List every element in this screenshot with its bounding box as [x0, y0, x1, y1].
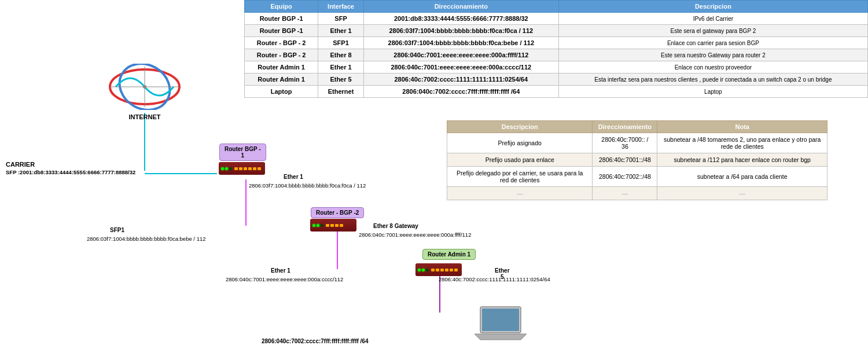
- carrier-sfp-text: SFP :2001:db8:3333:4444:5555:6666:7777:8…: [6, 169, 135, 175]
- col2-header-nota: Nota: [657, 121, 827, 133]
- second-table-cell: Prefijo asignado: [447, 133, 593, 153]
- main-table-cell: Enlace con carrier para sesion BGP: [558, 37, 867, 49]
- router-bgp2-label: Router - BGP -2: [311, 207, 364, 218]
- second-table-cell: —: [447, 187, 593, 200]
- carrier-label: CARRIER: [6, 161, 35, 168]
- second-table-cell: subnetear a /64 para cada cliente: [657, 167, 827, 187]
- second-table-row: Prefijo asignado2806:40c:7000:: / 36subn…: [447, 133, 827, 153]
- router-bgp1-label: Router BGP -1: [219, 144, 266, 161]
- main-table-cell: Este sera nuestro Gateway para router 2: [558, 49, 867, 61]
- laptop-icon: [475, 304, 527, 344]
- ether1-bgp1-addr: 2806:03f7:1004:bbbb:bbbb:bbbb:f0ca:f0ca …: [249, 182, 366, 189]
- network-diagram: INTERNET CARRIER SFP :2001:db8:3333:4444…: [0, 0, 446, 360]
- cloud-svg: [107, 64, 182, 110]
- second-table-cell: Prefijo delegado por el carrier, se usar…: [447, 167, 593, 187]
- second-table-row: ———: [447, 187, 827, 200]
- col2-header-descripcion: Descripcion: [447, 121, 593, 133]
- main-table-cell: Enlace con nuestro proveedor: [558, 61, 867, 74]
- col2-header-direccionamiento: Direccionamiento: [593, 121, 657, 133]
- sfp1-label: SFP1: [110, 227, 124, 233]
- sfp1-addr: 2806:03f7:1004:bbbb:bbbb:bbbb:f0ca:bebe …: [87, 236, 206, 242]
- router-admin1-device: [415, 263, 462, 276]
- router-bgp2-device: [310, 219, 356, 232]
- second-table-cell: —: [657, 187, 827, 200]
- second-table-row: Prefijo usado para enlace2806:40c:7001::…: [447, 153, 827, 167]
- second-table-cell: Prefijo usado para enlace: [447, 153, 593, 167]
- second-table-cell: 2806:40c:7002::/48: [593, 167, 657, 187]
- main-table-cell: Esta interfaz sera para nuestros cliente…: [558, 74, 867, 86]
- ether1-admin-addr: 2806:040c:7001:eeee:eeee:eeee:000a:cccc/…: [226, 276, 343, 282]
- internet-label: INTERNET: [107, 113, 182, 120]
- svg-rect-11: [482, 308, 519, 331]
- ether1-admin-label: Ether 1: [271, 267, 290, 274]
- second-table-cell: —: [593, 187, 657, 200]
- second-table-row: Prefijo delegado por el carrier, se usar…: [447, 167, 827, 187]
- main-table-cell: IPv6 del Carrier: [558, 13, 867, 25]
- internet-cloud: INTERNET: [107, 64, 182, 122]
- router-admin1-label: Router Admin 1: [422, 249, 476, 260]
- second-table-cell: 2806:40c:7000:: / 36: [593, 133, 657, 153]
- ether8-addr: 2806:040c:7001:eeee:eeee:eeee:000a:ffff/…: [359, 232, 471, 238]
- router-bgp1-device: [219, 162, 265, 175]
- main-table-cell: Este sera el gateway para BGP 2: [558, 25, 867, 37]
- laptop-addr: 2806:040c:7002:cccc:7fff:ffff:ffff:ffff …: [262, 338, 369, 344]
- connection-lines: [0, 0, 446, 360]
- second-table-cell: subnetear a /48 tomaremos 2, uno para en…: [657, 133, 827, 153]
- second-table-cell: subnetear a /112 para hacer enlace con r…: [657, 153, 827, 167]
- ether8-label: Ether 8 Gateway: [373, 223, 418, 229]
- second-table-cell: 2806:40c:7001::/48: [593, 153, 657, 167]
- ether5-addr: 2806:40c:7002:cccc:1111:1111:1111:0254/6…: [439, 276, 550, 282]
- ether1-bgp1-label: Ether 1: [284, 174, 303, 180]
- main-table-cell: Laptop: [558, 86, 867, 98]
- col-header-descripcion: Descripcion: [558, 1, 867, 13]
- second-table: Descripcion Direccionamiento Nota Prefij…: [447, 120, 827, 200]
